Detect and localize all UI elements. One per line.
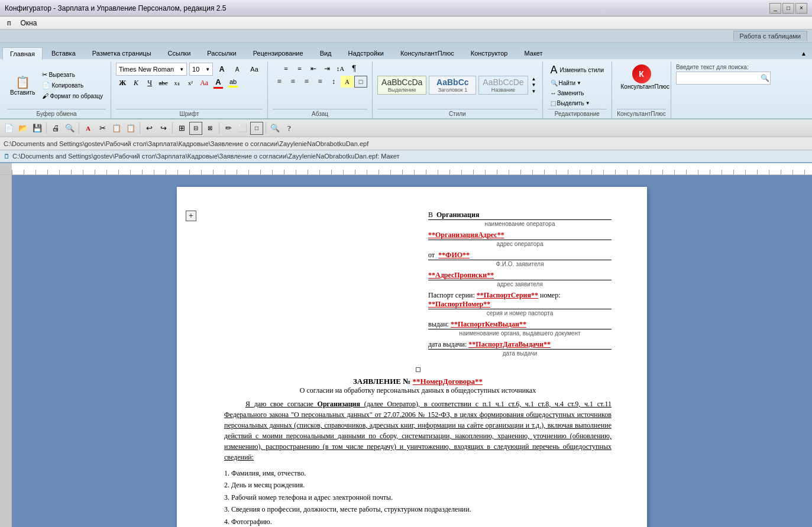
- tab-home[interactable]: Главная: [2, 47, 43, 60]
- subscript-button[interactable]: х₂: [170, 77, 183, 89]
- align-right-button[interactable]: ≡: [300, 76, 313, 88]
- increase-indent-button[interactable]: ⇥: [321, 63, 334, 75]
- font-size-dropdown-icon[interactable]: ▼: [205, 67, 210, 72]
- bold-button[interactable]: Ж: [116, 77, 129, 89]
- open-button[interactable]: 📂: [17, 122, 30, 135]
- add-table-button[interactable]: +: [186, 211, 196, 221]
- title-bar-text: Конфигуратор - Зарплата и Управление Пер…: [5, 4, 226, 12]
- help-button[interactable]: ?: [283, 122, 296, 135]
- decrease-indent-button[interactable]: ⇤: [307, 63, 320, 75]
- ordered-list-button[interactable]: ≡: [293, 63, 306, 75]
- styles-expand[interactable]: ▼: [532, 89, 536, 94]
- sort-button[interactable]: ↕A: [334, 63, 347, 75]
- konsultant-button[interactable]: К КонсультантПлюс: [618, 63, 665, 92]
- replace-button[interactable]: ↔ Заменить: [548, 89, 593, 98]
- tab-insert[interactable]: Вставка: [44, 47, 83, 59]
- change-styles-button[interactable]: A Изменить стили: [548, 63, 607, 77]
- select-dropdown[interactable]: ▼: [585, 101, 590, 106]
- doc-title: ЗАЯВЛЕНИЕ № **НомерДоговора**: [224, 377, 612, 386]
- tab-review[interactable]: Рецензирование: [245, 47, 311, 59]
- align-center-button[interactable]: ≡: [286, 76, 299, 88]
- paste-tb-button[interactable]: 📋: [124, 122, 137, 135]
- tab-layout[interactable]: Разметка страницы: [85, 47, 159, 59]
- draw-button[interactable]: ✏: [222, 122, 235, 135]
- table2-button[interactable]: ⊟: [189, 122, 202, 135]
- header-block-content: В Организация наименование оператора **О…: [428, 211, 612, 360]
- print-button[interactable]: 🖨: [49, 122, 62, 135]
- find-button[interactable]: 🔍 Найти ▼: [548, 79, 593, 88]
- table-button[interactable]: ⊞: [175, 122, 188, 135]
- path-bar-2-icon[interactable]: 🗒: [4, 153, 10, 160]
- maximize-button[interactable]: □: [782, 3, 794, 14]
- borders-button[interactable]: □: [354, 76, 367, 88]
- tab-view[interactable]: Вид: [312, 47, 339, 59]
- search-input[interactable]: [677, 72, 759, 84]
- italic-button[interactable]: К: [130, 77, 143, 89]
- style-heading1[interactable]: AaBbCc Заголовок 1: [429, 76, 476, 95]
- redo-button[interactable]: ↪: [157, 122, 170, 135]
- print-preview-button[interactable]: 🔍: [63, 122, 76, 135]
- copy-tb-button[interactable]: 📋: [110, 122, 123, 135]
- style-title[interactable]: AaBbCcDe Название: [478, 76, 528, 95]
- unordered-list-button[interactable]: ≡: [280, 63, 293, 75]
- table3-button[interactable]: ⊠: [203, 122, 216, 135]
- org-label: наименование оператора: [428, 221, 612, 227]
- styles-group-content: AaBbCcDa Выделение AaBbCc Заголовок 1 Aa…: [377, 62, 537, 109]
- style-normal[interactable]: AaBbCcDa Выделение: [377, 76, 426, 95]
- close-button[interactable]: ×: [795, 3, 807, 14]
- title-bar-buttons: _ □ ×: [769, 3, 807, 14]
- font-name-dropdown-icon[interactable]: ▼: [179, 67, 184, 72]
- tab-links[interactable]: Ссылки: [160, 47, 199, 59]
- copy-button[interactable]: 📄 Копировать: [39, 80, 106, 90]
- passport-line: Паспорт серии: **ПаспортСерия** номер: *…: [428, 291, 612, 316]
- format-painter-button[interactable]: 🖌 Формат по образцу: [39, 91, 106, 101]
- underline-button[interactable]: Ч: [143, 77, 156, 89]
- paste-button[interactable]: 📋 Вставить: [7, 73, 38, 98]
- styles-scroll-down[interactable]: ▼: [532, 82, 536, 88]
- cut-tb-button[interactable]: ✂: [96, 122, 109, 135]
- ribbon-collapse-button[interactable]: ▲: [798, 47, 810, 59]
- text-color-button[interactable]: A: [211, 77, 225, 89]
- undo-button[interactable]: ↩: [143, 122, 156, 135]
- tab-mailings[interactable]: Рассылки: [199, 47, 244, 59]
- main-area: + В Организация наименование оператора: [0, 175, 812, 527]
- decrease-font-button[interactable]: A: [231, 66, 244, 73]
- tab-layout2[interactable]: Макет: [516, 47, 550, 59]
- font-name-box[interactable]: Times New Roman ▼: [116, 63, 187, 76]
- align-left-button[interactable]: ≡: [273, 76, 286, 88]
- change-case-button[interactable]: Aa: [246, 65, 263, 73]
- issue-date-field: **ПаспортДатаВыдачи**: [468, 340, 551, 348]
- eraser-button[interactable]: ⬜: [236, 122, 249, 135]
- tab-addins[interactable]: Надстройки: [341, 47, 392, 59]
- pilcrow-button[interactable]: ¶: [348, 63, 361, 75]
- line-spacing-button[interactable]: ↕: [327, 76, 340, 88]
- style-normal-label: Выделение: [388, 87, 416, 93]
- org-addr-label: адрес оператора: [428, 241, 612, 247]
- clear-format-button[interactable]: Аа: [198, 77, 211, 89]
- menu-item-windows[interactable]: Окна: [16, 18, 42, 28]
- highlight-color-button[interactable]: ab: [226, 77, 240, 89]
- zoom-button[interactable]: 🔍: [268, 122, 282, 135]
- font-size-box[interactable]: 10 ▼: [189, 63, 213, 76]
- new-button[interactable]: 📄: [2, 122, 15, 135]
- doc-title-block: ЗАЯВЛЕНИЕ № **НомерДоговора** О согласии…: [224, 377, 612, 395]
- select-button[interactable]: ⬚ Выделить ▼: [548, 99, 593, 108]
- increase-font-button[interactable]: A: [215, 64, 228, 74]
- ribbon-group-editing: A Изменить стили 🔍 Найти ▼ ↔ Заменить: [543, 62, 613, 118]
- search-button[interactable]: 🔍: [759, 72, 770, 84]
- save-button[interactable]: 💾: [31, 122, 44, 135]
- check-spelling-button[interactable]: A: [82, 122, 95, 135]
- superscript-button[interactable]: х²: [184, 77, 197, 89]
- borders-tb-button[interactable]: □: [250, 122, 263, 135]
- tab-constructor[interactable]: Конструктор: [463, 47, 516, 59]
- cut-button[interactable]: ✂ Вырезать: [39, 70, 106, 80]
- find-dropdown[interactable]: ▼: [577, 80, 581, 86]
- doc-body: Я даю свое согласие Организация (далее О…: [224, 399, 612, 463]
- styles-scroll-up[interactable]: ▲: [532, 76, 536, 82]
- menu-item-file[interactable]: п: [2, 18, 16, 28]
- tab-konsultant[interactable]: КонсультантПлюс: [393, 47, 462, 59]
- strikethrough-button[interactable]: аbc: [157, 77, 170, 89]
- justify-button[interactable]: ≡: [313, 76, 326, 88]
- shading-button[interactable]: A: [341, 76, 354, 88]
- minimize-button[interactable]: _: [769, 3, 781, 14]
